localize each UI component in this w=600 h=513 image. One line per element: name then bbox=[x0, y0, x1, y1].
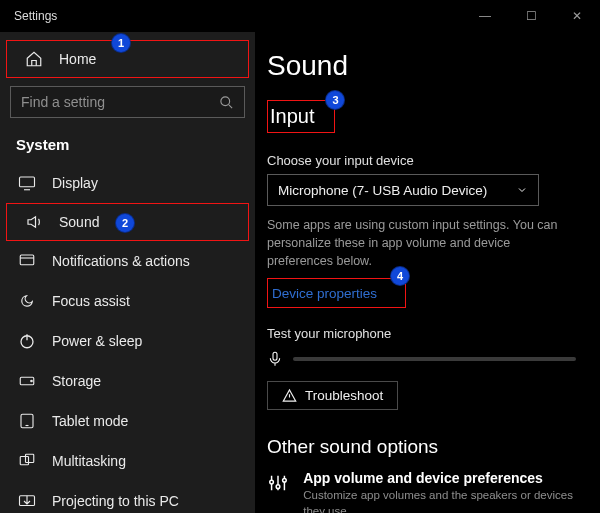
input-device-select[interactable]: Microphone (7- USB Audio Device) bbox=[267, 174, 539, 206]
sidebar-item-display[interactable]: Display bbox=[0, 163, 255, 203]
sidebar-item-label: Power & sleep bbox=[52, 333, 142, 349]
sliders-icon bbox=[267, 470, 289, 497]
svg-rect-7 bbox=[20, 457, 28, 465]
tablet-icon bbox=[16, 412, 38, 430]
microphone-icon bbox=[267, 349, 283, 369]
window-title: Settings bbox=[0, 9, 255, 23]
input-device-selected: Microphone (7- USB Audio Device) bbox=[278, 183, 487, 198]
app-volume-prefs-row[interactable]: App volume and device preferences Custom… bbox=[267, 470, 576, 513]
sidebar-item-label: Projecting to this PC bbox=[52, 493, 179, 509]
multitasking-icon bbox=[16, 452, 38, 470]
sidebar-item-label: Display bbox=[52, 175, 98, 191]
focus-assist-icon bbox=[16, 292, 38, 310]
mic-level-bar bbox=[293, 357, 576, 361]
svg-rect-2 bbox=[20, 255, 34, 265]
choose-input-label: Choose your input device bbox=[267, 153, 576, 168]
annotation-1: 1 bbox=[112, 34, 130, 52]
sidebar-category: System bbox=[0, 130, 255, 163]
device-properties-box: Device properties 4 bbox=[267, 278, 406, 308]
sidebar-item-label: Tablet mode bbox=[52, 413, 128, 429]
page-title: Sound bbox=[267, 50, 576, 82]
sidebar-item-multitasking[interactable]: Multitasking bbox=[0, 441, 255, 481]
annotation-2: 2 bbox=[116, 214, 134, 232]
window-minimize-button[interactable]: — bbox=[462, 0, 508, 32]
home-icon bbox=[23, 50, 45, 68]
notifications-icon bbox=[16, 252, 38, 270]
sidebar-item-storage[interactable]: Storage bbox=[0, 361, 255, 401]
sidebar-item-tablet-mode[interactable]: Tablet mode bbox=[0, 401, 255, 441]
device-properties-link[interactable]: Device properties bbox=[272, 286, 377, 301]
power-icon bbox=[16, 332, 38, 350]
troubleshoot-label: Troubleshoot bbox=[305, 388, 383, 403]
sidebar-item-label: Storage bbox=[52, 373, 101, 389]
custom-input-note: Some apps are using custom input setting… bbox=[267, 216, 576, 270]
test-mic-label: Test your microphone bbox=[267, 326, 576, 341]
svg-rect-1 bbox=[20, 177, 35, 187]
svg-point-0 bbox=[221, 96, 230, 105]
sidebar-item-power-sleep[interactable]: Power & sleep bbox=[0, 321, 255, 361]
app-volume-title: App volume and device preferences bbox=[303, 470, 576, 486]
svg-rect-8 bbox=[26, 454, 34, 462]
sidebar-item-projecting[interactable]: Projecting to this PC bbox=[0, 481, 255, 513]
app-volume-sub: Customize app volumes and the speakers o… bbox=[303, 488, 576, 513]
display-icon bbox=[16, 174, 38, 192]
settings-main: Sound Input 3 Choose your input device M… bbox=[255, 32, 600, 513]
svg-point-13 bbox=[283, 479, 287, 483]
sidebar-item-label: Sound bbox=[59, 214, 99, 230]
warning-icon bbox=[282, 388, 297, 403]
sidebar-item-label: Notifications & actions bbox=[52, 253, 190, 269]
svg-rect-10 bbox=[273, 353, 277, 361]
annotation-3: 3 bbox=[326, 91, 344, 109]
window-close-button[interactable]: ✕ bbox=[554, 0, 600, 32]
sidebar-item-notifications[interactable]: Notifications & actions bbox=[0, 241, 255, 281]
sidebar-home-label: Home bbox=[59, 51, 96, 67]
search-placeholder: Find a setting bbox=[21, 94, 219, 110]
search-input[interactable]: Find a setting bbox=[10, 86, 245, 118]
sidebar-item-focus-assist[interactable]: Focus assist bbox=[0, 281, 255, 321]
window-maximize-button[interactable]: ☐ bbox=[508, 0, 554, 32]
storage-icon bbox=[16, 372, 38, 390]
input-section-box: Input 3 bbox=[267, 100, 335, 133]
sound-icon bbox=[23, 213, 45, 231]
chevron-down-icon bbox=[516, 184, 528, 196]
other-sound-options-title: Other sound options bbox=[267, 436, 576, 458]
troubleshoot-button[interactable]: Troubleshoot bbox=[267, 381, 398, 410]
sidebar-item-label: Focus assist bbox=[52, 293, 130, 309]
input-section-title: Input bbox=[270, 103, 322, 130]
svg-point-12 bbox=[276, 485, 280, 489]
settings-sidebar: Home 1 Find a setting System Display Sou… bbox=[0, 32, 255, 513]
search-icon bbox=[219, 95, 234, 110]
svg-point-5 bbox=[31, 380, 33, 382]
svg-point-11 bbox=[270, 481, 274, 485]
annotation-4: 4 bbox=[391, 267, 409, 285]
sidebar-item-label: Multitasking bbox=[52, 453, 126, 469]
projecting-icon bbox=[16, 492, 38, 510]
